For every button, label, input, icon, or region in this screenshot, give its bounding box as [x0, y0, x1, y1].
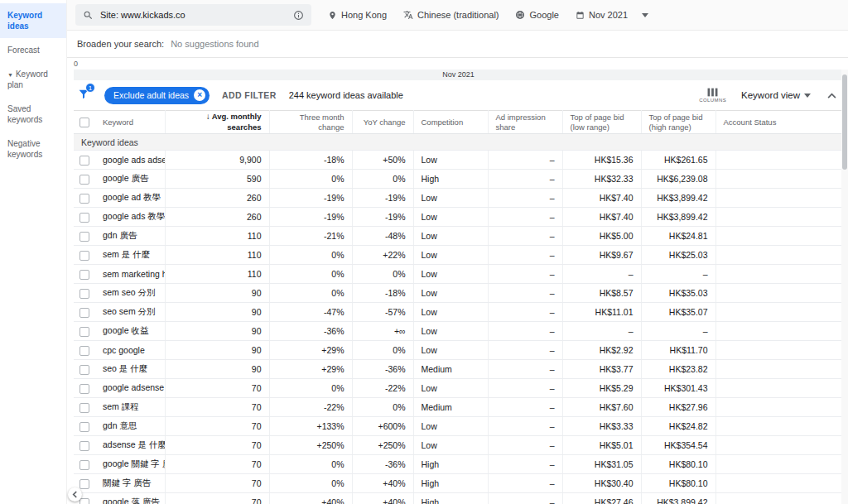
header-ad-impression-share[interactable]: Ad impression share [488, 111, 562, 134]
three-month-cell: -19% [269, 189, 352, 208]
searches-cell: 70 [165, 493, 269, 504]
competition-cell: Low [413, 208, 488, 227]
vertical-scrollbar-thumb[interactable] [842, 74, 847, 170]
searches-cell: 110 [165, 265, 269, 284]
bid-low-cell: HK$5.00 [562, 227, 641, 246]
status-cell [716, 360, 843, 379]
select-all-checkbox[interactable] [80, 118, 89, 127]
row-checkbox[interactable] [80, 365, 89, 375]
keyword-cell: adsense 是 什麼 [95, 436, 165, 455]
filter-button[interactable]: 1 [77, 88, 92, 103]
sidebar-item-label: Keyword plan [7, 70, 48, 89]
filter-toolbar: 1 Exclude adult ideas × ADD FILTER 244 k… [67, 80, 848, 110]
row-checkbox-cell [74, 360, 95, 379]
network-setting[interactable]: Google [515, 10, 558, 20]
info-icon[interactable] [293, 10, 304, 21]
columns-icon [707, 88, 718, 97]
row-checkbox[interactable] [80, 270, 89, 280]
row-checkbox-cell [74, 265, 95, 284]
sidebar-item-forecast[interactable]: Forecast [0, 38, 66, 62]
three-month-cell: -47% [269, 303, 352, 322]
search-input[interactable] [100, 10, 287, 20]
row-checkbox-cell [74, 284, 95, 303]
vertical-scrollbar[interactable] [841, 70, 848, 504]
row-checkbox[interactable] [80, 479, 89, 489]
language-label: Chinese (traditional) [417, 10, 499, 20]
searches-cell: 90 [165, 303, 269, 322]
table-row: google ad 教學260-19%-19%Low–HK$7.40HK$3,8… [74, 189, 843, 208]
row-checkbox[interactable] [80, 403, 89, 413]
row-checkbox[interactable] [80, 213, 89, 223]
keyword-cell: cpc google [95, 341, 165, 360]
row-checkbox[interactable] [80, 175, 89, 185]
columns-label: COLUMNS [699, 98, 726, 103]
sidebar-item-saved-keywords[interactable]: Saved keywords [0, 97, 66, 132]
sidebar-item-keyword-plan[interactable]: ▼Keyword plan [0, 62, 66, 97]
row-checkbox[interactable] [80, 156, 89, 166]
collapse-panel-button[interactable] [826, 91, 838, 100]
row-checkbox[interactable] [80, 384, 89, 394]
ad-share-cell: – [488, 474, 562, 493]
yoy-cell: +40% [352, 493, 413, 504]
ad-share-cell: – [488, 246, 562, 265]
header-competition[interactable]: Competition [413, 111, 488, 134]
searches-cell: 110 [165, 227, 269, 246]
three-month-cell: 0% [269, 284, 352, 303]
ad-share-cell: – [488, 265, 562, 284]
row-checkbox[interactable] [80, 346, 89, 356]
scroll-left-button[interactable] [68, 487, 82, 502]
keyword-view-dropdown[interactable]: Keyword view [741, 90, 811, 100]
row-checkbox[interactable] [80, 194, 89, 204]
yoy-cell: +40% [352, 474, 413, 493]
header-top-of-page-bid-high[interactable]: Top of page bid (high range) [641, 111, 716, 134]
row-checkbox[interactable] [80, 251, 89, 261]
date-range-setting[interactable]: Nov 2021 [576, 10, 648, 20]
header-three-month-change[interactable]: Three month change [269, 111, 352, 134]
translate-icon [403, 10, 413, 20]
competition-cell: Low [413, 246, 488, 265]
three-month-cell: 0% [269, 455, 352, 474]
table-row: gdn 意思70+133%+600%Low–HK$3.33HK$24.82 [74, 417, 843, 436]
header-top-of-page-bid-low[interactable]: Top of page bid (low range) [562, 111, 641, 134]
add-filter-button[interactable]: ADD FILTER [222, 90, 277, 100]
site-search-box[interactable] [75, 4, 311, 26]
header-account-status[interactable]: Account Status [716, 111, 843, 134]
three-month-cell: 0% [269, 170, 352, 189]
row-checkbox[interactable] [80, 441, 89, 451]
location-setting[interactable]: Hong Kong [328, 10, 387, 20]
search-icon [83, 10, 94, 21]
row-checkbox[interactable] [80, 327, 89, 337]
bid-high-cell: HK$301.43 [641, 379, 716, 398]
bid-high-cell: HK$3,899.42 [641, 189, 716, 208]
three-month-cell: +40% [269, 493, 352, 504]
table-row: google ads adsense9,900-18%+50%Low–HK$15… [74, 151, 843, 170]
yoy-cell: -18% [352, 284, 413, 303]
row-checkbox[interactable] [80, 498, 89, 504]
bid-high-cell: HK$27.96 [641, 398, 716, 417]
row-checkbox[interactable] [80, 460, 89, 470]
header-yoy-change[interactable]: YoY change [352, 111, 413, 134]
chip-remove-icon[interactable]: × [194, 89, 205, 101]
ad-share-cell: – [488, 493, 562, 504]
row-checkbox-cell [74, 246, 95, 265]
header-avg-monthly-searches[interactable]: ↓Avg. monthly searches [165, 111, 269, 134]
sidebar-item-keyword-ideas[interactable]: Keyword ideas [0, 3, 66, 38]
header-keyword[interactable]: Keyword [95, 111, 165, 134]
row-checkbox-cell [74, 417, 95, 436]
row-checkbox[interactable] [80, 422, 89, 432]
ad-share-cell: – [488, 227, 562, 246]
columns-button[interactable]: COLUMNS [699, 88, 726, 103]
ad-share-cell: – [488, 189, 562, 208]
searches-cell: 70 [165, 455, 269, 474]
table-row: google 收益90-36%+∞Low––– [74, 322, 843, 341]
bid-low-cell: HK$7.40 [562, 208, 641, 227]
row-checkbox[interactable] [80, 289, 89, 299]
sidebar-item-negative-keywords[interactable]: Negative keywords [0, 132, 66, 166]
language-setting[interactable]: Chinese (traditional) [403, 10, 499, 20]
table-row: adsense 是 什麼70+250%+250%Low–HK$5.01HK$35… [74, 436, 843, 455]
row-checkbox[interactable] [80, 232, 89, 242]
exclude-adult-ideas-chip[interactable]: Exclude adult ideas × [104, 87, 210, 104]
row-checkbox[interactable] [80, 308, 89, 318]
table-row: google adsense 收入700%-22%Low–HK$5.29HK$3… [74, 379, 843, 398]
three-month-cell: -19% [269, 208, 352, 227]
